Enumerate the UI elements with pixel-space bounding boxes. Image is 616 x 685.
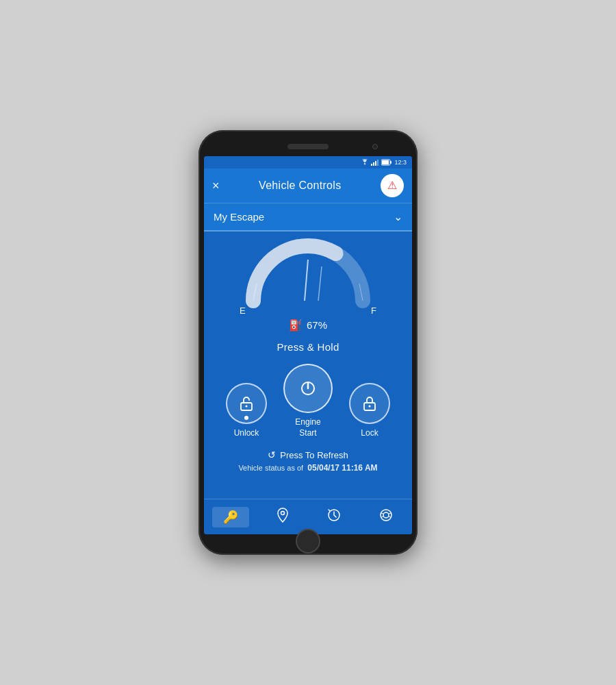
app-header: × Vehicle Controls ⚠ <box>204 169 412 203</box>
svg-point-12 <box>246 405 248 407</box>
lock-icon <box>361 395 378 412</box>
unlock-control[interactable]: Unlock <box>226 383 267 439</box>
vehicle-name: My Escape <box>214 211 264 223</box>
status-bar: 12:3 <box>204 156 412 169</box>
engine-start-button[interactable] <box>283 364 333 413</box>
header-title: Vehicle Controls <box>259 179 341 192</box>
fuel-gauge-container: E F ⛽ 67% <box>211 242 405 332</box>
engine-start-control[interactable]: Engine Start <box>283 364 333 438</box>
phone-bottom-bar <box>204 534 412 548</box>
nav-item-support[interactable] <box>368 506 404 528</box>
svg-rect-2 <box>375 161 376 166</box>
battery-icon <box>381 159 392 166</box>
svg-rect-0 <box>371 164 372 166</box>
lock-label: Lock <box>361 428 378 439</box>
history-nav-icon <box>327 508 341 525</box>
fuel-reading: ⛽ 67% <box>289 319 327 332</box>
nav-item-keys[interactable]: 🔑 <box>212 507 249 527</box>
wifi-icon <box>361 159 369 166</box>
svg-rect-6 <box>382 160 389 164</box>
phone-camera <box>372 144 378 149</box>
refresh-label: Press To Refresh <box>280 450 348 460</box>
phone-screen: 12:3 × Vehicle Controls ⚠ My Escape ⌄ <box>204 156 412 534</box>
svg-rect-5 <box>390 161 392 164</box>
svg-line-24 <box>389 516 391 517</box>
time-display: 12:3 <box>394 159 407 166</box>
unlock-icon <box>238 395 255 412</box>
alert-button[interactable]: ⚠ <box>381 174 404 197</box>
fuel-gauge-svg <box>240 242 376 308</box>
status-date: 05/04/17 11:16 AM <box>307 463 377 473</box>
svg-line-8 <box>318 266 322 301</box>
unlock-label: Unlock <box>234 428 259 439</box>
phone-top-bar <box>204 137 412 156</box>
keys-nav-icon: 🔑 <box>223 510 238 525</box>
svg-line-7 <box>305 260 308 301</box>
svg-line-22 <box>381 516 383 517</box>
svg-point-19 <box>381 510 392 521</box>
unlock-button[interactable] <box>226 383 267 424</box>
svg-line-23 <box>389 513 391 514</box>
nav-item-history[interactable] <box>316 506 352 528</box>
lock-control[interactable]: Lock <box>349 383 390 439</box>
controls-row: Unlock Engine Start <box>211 364 405 438</box>
svg-rect-3 <box>377 160 378 166</box>
lock-button[interactable] <box>349 383 390 424</box>
nav-item-location[interactable] <box>266 505 300 529</box>
fuel-percentage: 67% <box>307 319 327 331</box>
svg-rect-1 <box>373 162 374 166</box>
phone-device: 12:3 × Vehicle Controls ⚠ My Escape ⌄ <box>198 130 418 555</box>
support-nav-icon <box>379 508 393 525</box>
alert-icon: ⚠ <box>387 180 397 191</box>
fuel-pump-icon: ⛽ <box>289 319 303 332</box>
svg-point-20 <box>383 512 389 518</box>
svg-line-21 <box>381 513 383 514</box>
refresh-icon: ↺ <box>268 449 276 460</box>
press-hold-instruction: Press & Hold <box>277 341 339 353</box>
refresh-button[interactable]: ↺ Press To Refresh <box>268 449 348 460</box>
svg-point-17 <box>281 512 285 515</box>
unlock-dot <box>244 416 248 420</box>
svg-point-16 <box>369 405 371 407</box>
vehicle-selector[interactable]: My Escape ⌄ <box>204 203 412 232</box>
status-timestamp: Vehicle status as of 05/04/17 11:16 AM <box>238 463 377 473</box>
close-button[interactable]: × <box>212 179 220 193</box>
signal-icon <box>371 159 379 166</box>
chevron-down-icon: ⌄ <box>394 210 402 223</box>
refresh-section: ↺ Press To Refresh Vehicle status as of … <box>238 449 377 473</box>
status-prefix: Vehicle status as of <box>238 464 303 472</box>
status-icons: 12:3 <box>361 159 407 166</box>
phone-speaker <box>287 144 329 149</box>
location-nav-icon <box>277 508 289 526</box>
power-icon <box>298 379 318 398</box>
home-button[interactable] <box>296 529 320 553</box>
gauge-svg-wrapper <box>240 242 376 311</box>
engine-start-label: Engine Start <box>295 417 320 438</box>
main-content: E F ⛽ 67% Press & Hold <box>204 232 412 499</box>
